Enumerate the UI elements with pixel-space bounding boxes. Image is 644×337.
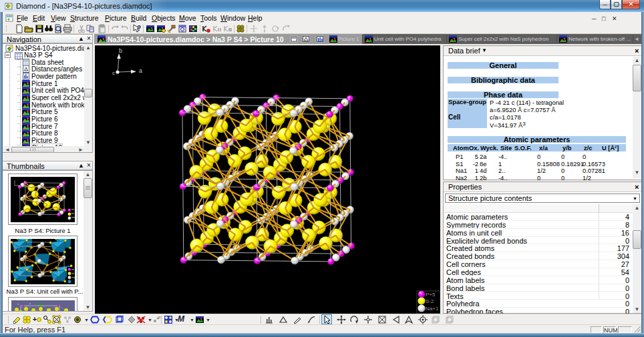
svg-text:P+5: P+5	[426, 292, 436, 298]
svg-text:b: b	[119, 47, 122, 54]
svg-text:?: ?	[137, 25, 141, 32]
svg-text:a: a	[139, 67, 142, 74]
svg-text:S-2: S-2	[426, 298, 434, 304]
svg-text:c: c	[112, 70, 115, 76]
svg-text:+: +	[33, 316, 37, 323]
svg-text:Na+1: Na+1	[426, 306, 439, 312]
